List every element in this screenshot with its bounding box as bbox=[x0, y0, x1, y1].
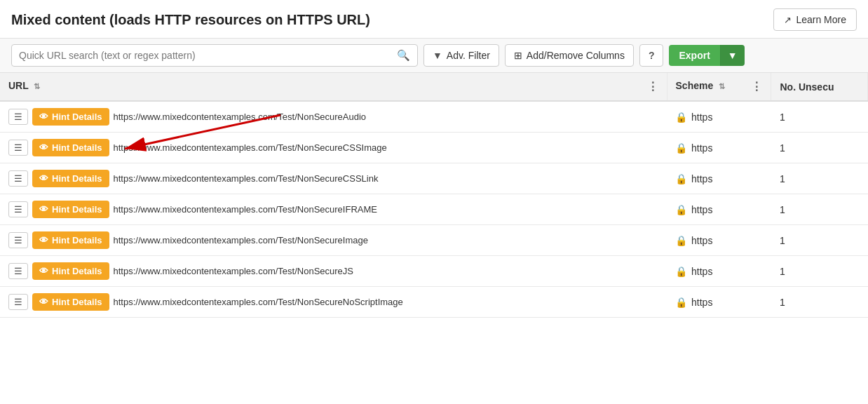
row-menu-button[interactable]: ☰ bbox=[8, 294, 28, 310]
hint-details-label: Hint Details bbox=[52, 266, 102, 276]
eye-icon: 👁 bbox=[39, 173, 48, 184]
th-scheme: Scheme ⇅ ⋮ bbox=[667, 73, 771, 101]
url-cell: ☰ 👁 Hint Details https://www.mixedconten… bbox=[0, 163, 667, 194]
count-cell: 1 bbox=[771, 163, 868, 194]
lock-icon: 🔒 bbox=[675, 266, 687, 277]
scheme-cell: 🔒 https bbox=[667, 133, 771, 163]
table-row: ☰ 👁 Hint Details https://www.mixedconten… bbox=[0, 194, 868, 225]
url-text: https://www.mixedcontentexamples.com/Tes… bbox=[114, 266, 353, 276]
export-label: Export bbox=[679, 50, 710, 61]
scheme-cell: 🔒 https bbox=[667, 101, 771, 133]
url-text: https://www.mixedcontentexamples.com/Tes… bbox=[114, 297, 403, 307]
hint-details-button[interactable]: 👁 Hint Details bbox=[32, 231, 109, 249]
table-row: ☰ 👁 Hint Details https://www.mixedconten… bbox=[0, 287, 868, 318]
scheme-value: 🔒 https bbox=[675, 112, 763, 123]
scheme-cell: 🔒 https bbox=[667, 256, 771, 287]
scheme-cell: 🔒 https bbox=[667, 225, 771, 256]
url-cell: ☰ 👁 Hint Details https://www.mixedconten… bbox=[0, 225, 667, 256]
hint-details-label: Hint Details bbox=[52, 173, 102, 184]
th-no-unsec: No. Unsecu bbox=[771, 73, 868, 101]
hint-details-button[interactable]: 👁 Hint Details bbox=[32, 293, 109, 311]
scheme-value: 🔒 https bbox=[675, 297, 763, 308]
add-remove-columns-label: Add/Remove Columns bbox=[527, 50, 625, 61]
row-menu-button[interactable]: ☰ bbox=[8, 109, 28, 125]
lock-icon: 🔒 bbox=[675, 297, 687, 308]
scheme-text: https bbox=[691, 142, 712, 154]
help-button[interactable]: ? bbox=[639, 44, 664, 67]
hint-details-label: Hint Details bbox=[52, 204, 102, 215]
export-arrow-icon: ▼ bbox=[728, 50, 738, 61]
count-cell: 1 bbox=[771, 101, 868, 133]
url-cell: ☰ 👁 Hint Details https://www.mixedconten… bbox=[0, 101, 667, 133]
eye-icon: 👁 bbox=[39, 235, 48, 245]
search-wrapper: 🔍 bbox=[11, 44, 418, 67]
scheme-column-label: Scheme bbox=[676, 80, 714, 91]
count-cell: 1 bbox=[771, 133, 868, 163]
scheme-value: 🔒 https bbox=[675, 173, 763, 184]
scheme-cell: 🔒 https bbox=[667, 287, 771, 318]
scheme-text: https bbox=[691, 204, 712, 215]
scheme-value: 🔒 https bbox=[675, 204, 763, 215]
table-row: ☰ 👁 Hint Details https://www.mixedconten… bbox=[0, 101, 868, 133]
url-col-menu-icon[interactable]: ⋮ bbox=[647, 80, 658, 93]
table-body: ☰ 👁 Hint Details https://www.mixedconten… bbox=[0, 101, 868, 318]
cell-actions: ☰ 👁 Hint Details https://www.mixedconten… bbox=[8, 108, 658, 126]
table-header-row: URL ⇅ ⋮ Scheme ⇅ ⋮ No. Unsecu bbox=[0, 73, 868, 101]
th-url: URL ⇅ ⋮ bbox=[0, 73, 667, 101]
adv-filter-label: Adv. Filter bbox=[447, 50, 490, 61]
url-cell: ☰ 👁 Hint Details https://www.mixedconten… bbox=[0, 194, 667, 225]
table-row: ☰ 👁 Hint Details https://www.mixedconten… bbox=[0, 133, 868, 163]
count-cell: 1 bbox=[771, 225, 868, 256]
scheme-cell: 🔒 https bbox=[667, 194, 771, 225]
learn-more-button[interactable]: ↗ Learn More bbox=[773, 8, 857, 31]
hint-details-label: Hint Details bbox=[52, 297, 102, 307]
cell-actions: ☰ 👁 Hint Details https://www.mixedconten… bbox=[8, 231, 658, 249]
hint-details-label: Hint Details bbox=[52, 142, 102, 153]
help-label: ? bbox=[649, 50, 655, 61]
row-menu-button[interactable]: ☰ bbox=[8, 263, 28, 279]
scheme-text: https bbox=[691, 266, 712, 277]
scheme-col-menu-icon[interactable]: ⋮ bbox=[751, 80, 762, 93]
export-main-button[interactable]: Export bbox=[669, 45, 719, 66]
scheme-text: https bbox=[691, 235, 712, 246]
count-cell: 1 bbox=[771, 287, 868, 318]
row-menu-button[interactable]: ☰ bbox=[8, 201, 28, 217]
lock-icon: 🔒 bbox=[675, 112, 687, 123]
lock-icon: 🔒 bbox=[675, 142, 687, 154]
hint-details-button[interactable]: 👁 Hint Details bbox=[32, 262, 109, 280]
cell-actions: ☰ 👁 Hint Details https://www.mixedconten… bbox=[8, 139, 658, 156]
columns-icon: ⊞ bbox=[514, 50, 522, 61]
add-remove-columns-button[interactable]: ⊞ Add/Remove Columns bbox=[505, 44, 634, 67]
export-dropdown-button[interactable]: ▼ bbox=[720, 45, 745, 66]
scheme-value: 🔒 https bbox=[675, 235, 763, 246]
cell-actions: ☰ 👁 Hint Details https://www.mixedconten… bbox=[8, 262, 658, 280]
url-text: https://www.mixedcontentexamples.com/Tes… bbox=[114, 142, 387, 153]
url-cell: ☰ 👁 Hint Details https://www.mixedconten… bbox=[0, 133, 667, 163]
search-input[interactable] bbox=[19, 50, 397, 61]
cell-actions: ☰ 👁 Hint Details https://www.mixedconten… bbox=[8, 293, 658, 311]
row-menu-button[interactable]: ☰ bbox=[8, 170, 28, 187]
scheme-value: 🔒 https bbox=[675, 266, 763, 277]
table-row: ☰ 👁 Hint Details https://www.mixedconten… bbox=[0, 225, 868, 256]
external-link-icon: ↗ bbox=[784, 15, 792, 25]
adv-filter-button[interactable]: ▼ Adv. Filter bbox=[423, 44, 499, 67]
hint-details-button[interactable]: 👁 Hint Details bbox=[32, 170, 109, 187]
count-cell: 1 bbox=[771, 256, 868, 287]
scheme-text: https bbox=[691, 297, 712, 308]
eye-icon: 👁 bbox=[39, 204, 48, 215]
scheme-sort-icon[interactable]: ⇅ bbox=[719, 82, 725, 91]
count-cell: 1 bbox=[771, 194, 868, 225]
cell-actions: ☰ 👁 Hint Details https://www.mixedconten… bbox=[8, 201, 658, 218]
row-menu-button[interactable]: ☰ bbox=[8, 232, 28, 248]
table-container: URL ⇅ ⋮ Scheme ⇅ ⋮ No. Unsecu ☰ 👁 Hint bbox=[0, 73, 868, 318]
url-sort-icon[interactable]: ⇅ bbox=[34, 82, 40, 91]
hint-details-label: Hint Details bbox=[52, 112, 102, 122]
url-cell: ☰ 👁 Hint Details https://www.mixedconten… bbox=[0, 287, 667, 318]
export-button[interactable]: Export ▼ bbox=[669, 45, 744, 66]
hint-details-button[interactable]: 👁 Hint Details bbox=[32, 201, 109, 218]
hint-details-button[interactable]: 👁 Hint Details bbox=[32, 139, 109, 156]
page-header: Mixed content (loads HTTP resources on H… bbox=[0, 0, 868, 38]
url-column-label: URL bbox=[8, 80, 29, 91]
row-menu-button[interactable]: ☰ bbox=[8, 140, 28, 156]
hint-details-button[interactable]: 👁 Hint Details bbox=[32, 108, 109, 126]
